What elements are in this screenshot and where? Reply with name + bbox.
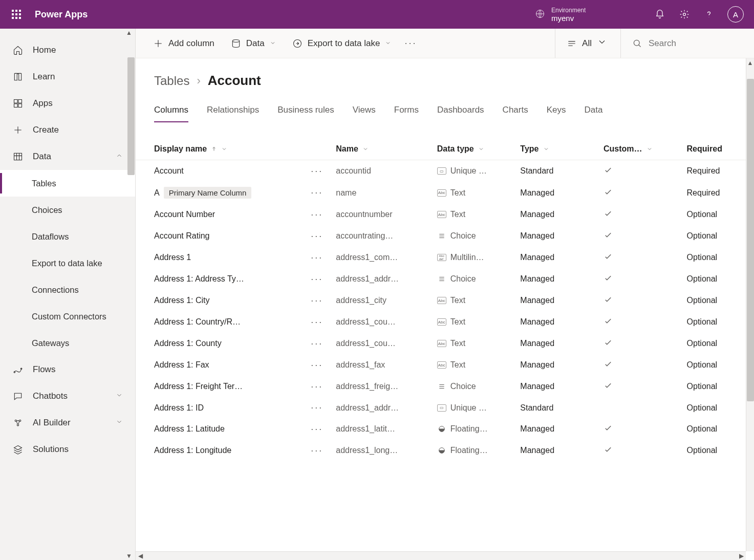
row-actions[interactable]: ··· [302, 418, 332, 440]
table-row[interactable]: Address 1: City···address1_cityAbcTextMa… [136, 290, 754, 311]
notifications-button[interactable] [648, 0, 672, 29]
table-row[interactable]: Address 1: Address Ty…···address1_addr…C… [136, 268, 754, 290]
table-row[interactable]: Address 1: Fax···address1_faxAbcTextMana… [136, 354, 754, 376]
sidebar-scrollbar-thumb[interactable] [127, 57, 135, 175]
tab-keys[interactable]: Keys [547, 101, 566, 122]
sidebar-item-data[interactable]: Data [0, 143, 135, 170]
table-row[interactable]: Account···accountid▭Unique …StandardRequ… [136, 160, 754, 182]
globe-icon [535, 9, 545, 20]
table-row[interactable]: Address 1: Latitude···address1_latit…Flo… [136, 418, 754, 440]
sidebar-item-solutions[interactable]: Solutions [0, 436, 135, 463]
cell-required: Required [683, 160, 754, 182]
row-actions[interactable]: ··· [302, 290, 332, 311]
header-display-name[interactable]: Display name [136, 138, 302, 160]
export-dropdown-button[interactable]: Export to data lake [285, 35, 399, 52]
row-actions[interactable]: ··· [302, 376, 332, 397]
breadcrumb-parent[interactable]: Tables [154, 74, 189, 88]
sidebar-scroll-down[interactable]: ▼ [0, 552, 135, 560]
tab-forms[interactable]: Forms [394, 101, 419, 122]
cell-display-name: Address 1: Longitude [136, 440, 302, 461]
row-actions[interactable]: ··· [302, 247, 332, 268]
table-row[interactable]: Address 1: Country/R…···address1_cou…Abc… [136, 311, 754, 333]
row-actions[interactable]: ··· [302, 225, 332, 247]
view-selector[interactable]: All [555, 37, 618, 50]
table-row[interactable]: Account Rating···accountrating…ChoiceMan… [136, 225, 754, 247]
check-icon [604, 252, 613, 261]
help-button[interactable] [697, 0, 721, 29]
add-column-button[interactable]: Add column [146, 35, 222, 52]
sidebar-item-flows[interactable]: Flows [0, 356, 135, 383]
cell-customizable [599, 376, 683, 397]
sidebar-item-create[interactable]: Create [0, 117, 135, 143]
sidebar-item-home[interactable]: Home [0, 37, 135, 63]
tab-columns[interactable]: Columns [154, 101, 188, 122]
sidebar-item-chatbots[interactable]: Chatbots [0, 383, 135, 410]
tab-charts[interactable]: Charts [503, 101, 528, 122]
book-icon [12, 72, 24, 82]
sidebar-item-tables[interactable]: Tables [0, 170, 135, 197]
settings-button[interactable] [672, 0, 697, 29]
row-actions[interactable]: ··· [302, 397, 332, 418]
table-row[interactable]: Address 1: County···address1_cou…AbcText… [136, 333, 754, 354]
content-vertical-scrollbar[interactable]: ▲ [746, 58, 754, 551]
waffle-button[interactable] [4, 0, 29, 29]
row-actions[interactable]: ··· [302, 333, 332, 354]
sidebar-item-custom-connectors[interactable]: Custom Connectors [0, 303, 135, 330]
sidebar-item-label: Flows [33, 364, 55, 375]
cell-customizable [599, 354, 683, 376]
tab-relationships[interactable]: Relationships [207, 101, 259, 122]
chat-icon [12, 391, 24, 401]
row-actions[interactable]: ··· [302, 354, 332, 376]
sidebar-item-choices[interactable]: Choices [0, 197, 135, 223]
content-horizontal-scrollbar[interactable]: ◀▶ [136, 551, 746, 560]
row-actions[interactable]: ··· [302, 160, 332, 182]
row-actions[interactable]: ··· [302, 182, 332, 204]
table-row[interactable]: Account Number···accountnumberAbcTextMan… [136, 204, 754, 225]
data-dropdown-button[interactable]: Data [224, 35, 283, 52]
table-row[interactable]: Address 1: Freight Ter…···address1_freig… [136, 376, 754, 397]
row-actions[interactable]: ··· [302, 268, 332, 290]
help-icon [704, 9, 714, 19]
sidebar-scroll-up[interactable]: ▲ [0, 29, 135, 37]
list-icon [567, 38, 577, 49]
tab-data[interactable]: Data [584, 101, 602, 122]
tab-business-rules[interactable]: Business rules [277, 101, 334, 122]
overflow-button[interactable]: ··· [400, 38, 421, 49]
sidebar-item-gateways[interactable]: Gateways [0, 330, 135, 356]
table-row[interactable]: APrimary Name Column···nameAbcTextManage… [136, 182, 754, 204]
sidebar-item-export[interactable]: Export to data lake [0, 250, 135, 276]
environment-label: Environment [551, 7, 586, 14]
ellipsis-icon: ··· [311, 317, 323, 327]
header-type[interactable]: Type [516, 138, 599, 160]
avatar[interactable]: A [727, 6, 744, 23]
cell-required: Optional [683, 397, 754, 418]
environment-picker[interactable]: Environment myenv [525, 7, 648, 23]
search-input[interactable] [649, 38, 725, 49]
header-name[interactable]: Name [332, 138, 433, 160]
sidebar-item-dataflows[interactable]: Dataflows [0, 223, 135, 250]
cell-data-type: Floating… [433, 418, 516, 440]
sidebar-item-learn[interactable]: Learn [0, 63, 135, 90]
header-customizable[interactable]: Custom… [599, 138, 683, 160]
row-actions[interactable]: ··· [302, 311, 332, 333]
table-row[interactable]: Address 1: ID···address1_addr…▭Unique …S… [136, 397, 754, 418]
tab-views[interactable]: Views [353, 101, 376, 122]
table-row[interactable]: Address 1: Longitude···address1_long…Flo… [136, 440, 754, 461]
row-actions[interactable]: ··· [302, 440, 332, 461]
cell-data-type: AbcText [433, 204, 516, 225]
tab-dashboards[interactable]: Dashboards [437, 101, 484, 122]
vertical-scrollbar-thumb[interactable] [747, 79, 754, 401]
header-required[interactable]: Required [683, 138, 754, 160]
cell-required: Optional [683, 268, 754, 290]
sidebar-item-apps[interactable]: Apps [0, 90, 135, 117]
header-data-type[interactable]: Data type [433, 138, 516, 160]
table-row[interactable]: Address 1···address1_com…AbcdefMultilin…… [136, 247, 754, 268]
cell-type: Managed [516, 376, 599, 397]
sidebar-item-ai-builder[interactable]: AI Builder [0, 410, 135, 436]
sidebar-item-connections[interactable]: Connections [0, 276, 135, 303]
cell-data-type: Floating… [433, 440, 516, 461]
row-actions[interactable]: ··· [302, 204, 332, 225]
search-box[interactable] [621, 38, 744, 49]
sidebar-scrollbar[interactable] [127, 37, 135, 552]
layers-icon [12, 444, 24, 455]
